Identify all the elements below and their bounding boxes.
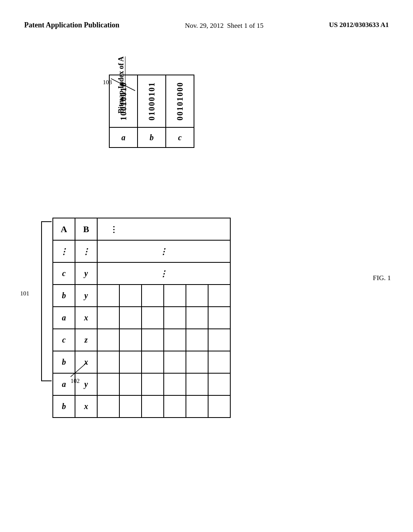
bitmap-letter-row: a b c — [109, 127, 194, 148]
cell-e5 — [186, 329, 208, 351]
cell-f6 — [208, 351, 230, 373]
cell-h4 — [164, 395, 186, 418]
table-row-dots-top: ⋮ ⋮ ⋮ — [53, 240, 230, 262]
cell-g1 — [97, 373, 119, 395]
cell-g4 — [164, 373, 186, 395]
reference-101-label: 101 — [20, 290, 29, 297]
cell-B-x1: x — [75, 307, 97, 329]
cell-f3 — [142, 351, 164, 373]
cell-h1 — [97, 395, 119, 418]
publication-title: Patent Application Publication — [24, 20, 119, 30]
main-data-table: A B ⋮ ⋮ ⋮ ⋮ c y ⋮ b y a x — [52, 218, 231, 418]
cell-g6 — [208, 373, 230, 395]
cell-d2 — [119, 307, 142, 329]
cell-g2 — [119, 373, 142, 395]
col-header-A: A — [53, 218, 75, 240]
main-table-container: A B ⋮ ⋮ ⋮ ⋮ c y ⋮ b y a x — [52, 218, 231, 418]
table-header-row: A B ⋮ — [53, 218, 230, 240]
cell-A-c2: c — [53, 329, 75, 351]
cell-e2 — [119, 329, 142, 351]
binary-value-c: 00101000 — [175, 82, 185, 121]
svg-line-1 — [71, 363, 87, 377]
cell-B-x3: x — [75, 395, 97, 418]
cell-A-b3: b — [53, 395, 75, 418]
cell-c2 — [119, 285, 142, 307]
dots-B-top: ⋮ — [75, 240, 97, 262]
cell-c3 — [142, 285, 164, 307]
cell-g3 — [142, 373, 164, 395]
binary-value-b: 01000101 — [147, 82, 156, 121]
cell-f2 — [119, 351, 142, 373]
table-row-c-top: c y ⋮ — [53, 262, 230, 285]
cell-d4 — [164, 307, 186, 329]
bitmap-letter-a: a — [109, 127, 138, 148]
cell-f4 — [164, 351, 186, 373]
cell-e6 — [208, 329, 230, 351]
cell-e3 — [142, 329, 164, 351]
cell-B-y2: y — [75, 285, 97, 307]
binary-cell-c: 00101000 — [166, 75, 194, 127]
binary-cell-b: 01000101 — [138, 75, 166, 127]
cell-e4 — [164, 329, 186, 351]
table-row-a-x: a x — [53, 307, 230, 329]
col-header-C-dots: ⋮ — [97, 218, 230, 240]
cell-g5 — [186, 373, 208, 395]
cell-d5 — [186, 307, 208, 329]
bitmap-index-label: Bitmap Index of A — [117, 56, 125, 114]
cell-h3 — [142, 395, 164, 418]
table-row-c-z: c z — [53, 329, 230, 351]
cell-h2 — [119, 395, 142, 418]
cell-h5 — [186, 395, 208, 418]
publication-date-sheet: Nov. 29, 2012 Sheet 1 of 15 — [185, 20, 263, 31]
reference-102-label: 102 — [71, 378, 80, 384]
cell-d6 — [208, 307, 230, 329]
cell-A-c: c — [53, 262, 75, 285]
cell-A-a1: a — [53, 307, 75, 329]
cell-d3 — [142, 307, 164, 329]
cell-rest-dots1: ⋮ — [97, 262, 230, 285]
cell-A-b1: b — [53, 285, 75, 307]
bitmap-letter-c: c — [166, 127, 194, 148]
table-row-b-x2: b x — [53, 395, 230, 418]
cell-d1 — [97, 307, 119, 329]
bitmap-letter-b: b — [138, 127, 166, 148]
cell-h6 — [208, 395, 230, 418]
cell-c6 — [208, 285, 230, 307]
publication-number: US 2012/0303633 A1 — [329, 20, 389, 30]
figure-label: FIG. 1 — [373, 274, 391, 282]
cell-c4 — [164, 285, 186, 307]
cell-f5 — [186, 351, 208, 373]
cell-f1 — [97, 351, 119, 373]
cell-c1 — [97, 285, 119, 307]
table-row-b-y: b y — [53, 285, 230, 307]
col-header-B: B — [75, 218, 97, 240]
dots-rest-top: ⋮ — [97, 240, 230, 262]
cell-c5 — [186, 285, 208, 307]
cell-B-y1: y — [75, 262, 97, 285]
cell-e1 — [97, 329, 119, 351]
page-header: Patent Application Publication Nov. 29, … — [0, 20, 413, 31]
cell-B-z: z — [75, 329, 97, 351]
dots-A-top: ⋮ — [53, 240, 75, 262]
